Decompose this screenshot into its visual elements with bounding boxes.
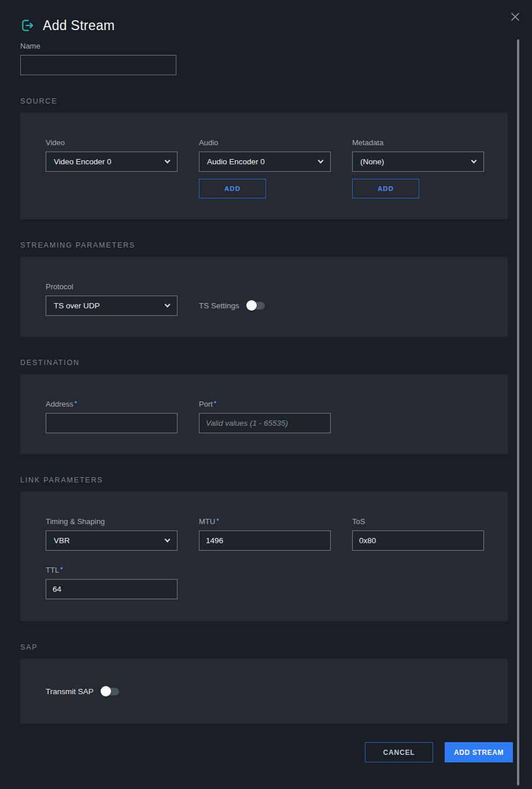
port-field: Port• <box>199 400 331 433</box>
transmit-sap-toggle[interactable] <box>102 688 119 695</box>
chevron-down-icon <box>165 537 171 543</box>
chevron-down-icon <box>165 302 171 308</box>
protocol-field: Protocol TS over UDP <box>46 282 178 316</box>
address-label: Address• <box>46 400 178 408</box>
ttl-input[interactable] <box>46 579 178 599</box>
video-field: Video Video Encoder 0 <box>46 138 178 198</box>
metadata-select-value: (None) <box>360 157 384 166</box>
ttl-label-text: TTL <box>46 566 59 574</box>
add-metadata-button[interactable]: ADD <box>352 179 419 198</box>
mtu-label-text: MTU <box>199 517 215 526</box>
sap-card: Transmit SAP <box>20 659 508 724</box>
port-input[interactable] <box>199 413 331 433</box>
port-label-text: Port <box>199 400 213 408</box>
ts-settings-toggle[interactable] <box>247 302 265 309</box>
vertical-scrollbar[interactable] <box>517 39 519 786</box>
add-stream-dialog: Add Stream Name SOURCE Video Video Encod… <box>0 0 532 789</box>
ts-settings-label: TS Settings <box>199 301 239 310</box>
transmit-sap-label: Transmit SAP <box>46 687 94 696</box>
audio-select[interactable]: Audio Encoder 0 <box>199 152 331 172</box>
ts-settings-row: TS Settings <box>199 296 265 316</box>
add-audio-button[interactable]: ADD <box>199 179 266 198</box>
address-label-text: Address <box>46 400 73 408</box>
required-indicator: • <box>216 515 219 524</box>
metadata-select[interactable]: (None) <box>352 152 484 172</box>
section-header-sap: SAP <box>20 643 508 651</box>
audio-label: Audio <box>199 138 331 147</box>
protocol-select-value: TS over UDP <box>54 301 100 310</box>
ttl-label: TTL• <box>46 566 178 574</box>
metadata-field: Metadata (None) ADD <box>352 138 484 198</box>
name-field: Name <box>20 42 152 75</box>
tos-input[interactable] <box>352 530 484 551</box>
close-button[interactable] <box>508 9 523 24</box>
destination-card: Address• Port• <box>20 374 508 454</box>
transmit-sap-row: Transmit SAP <box>46 681 119 702</box>
toggle-knob <box>101 686 111 696</box>
mtu-field: MTU• <box>199 517 331 551</box>
dialog-title: Add Stream <box>43 18 114 34</box>
ttl-field: TTL• <box>46 566 178 599</box>
port-label: Port• <box>199 400 331 408</box>
timing-shaping-select-value: VBR <box>54 536 70 545</box>
tos-label: ToS <box>352 517 484 526</box>
dialog-footer: CANCEL ADD STREAM <box>20 742 513 762</box>
protocol-select[interactable]: TS over UDP <box>46 296 178 316</box>
tos-field: ToS <box>352 517 484 551</box>
audio-select-value: Audio Encoder 0 <box>207 157 265 166</box>
dialog-header: Add Stream <box>20 0 508 35</box>
section-header-streaming-parameters: STREAMING PARAMETERS <box>20 241 508 249</box>
required-indicator: • <box>214 398 217 407</box>
required-indicator: • <box>60 564 63 573</box>
section-header-link-parameters: LINK PARAMETERS <box>20 476 508 484</box>
add-stream-button[interactable]: ADD STREAM <box>445 742 513 762</box>
mtu-input[interactable] <box>199 530 331 551</box>
link-parameters-card: Timing & Shaping VBR MTU• ToS TTL• <box>20 492 508 621</box>
name-label: Name <box>20 42 152 50</box>
chevron-down-icon <box>471 158 477 164</box>
audio-field: Audio Audio Encoder 0 ADD <box>199 138 331 198</box>
stream-out-icon <box>20 18 35 33</box>
protocol-label: Protocol <box>46 282 178 291</box>
chevron-down-icon <box>165 158 171 164</box>
name-input[interactable] <box>20 55 176 75</box>
toggle-knob <box>246 300 257 311</box>
timing-shaping-label: Timing & Shaping <box>46 517 178 526</box>
source-card: Video Video Encoder 0 Audio Audio Encode… <box>20 113 508 219</box>
chevron-down-icon <box>318 158 324 164</box>
video-select-value: Video Encoder 0 <box>54 157 112 166</box>
section-header-source: SOURCE <box>20 97 508 105</box>
timing-shaping-field: Timing & Shaping VBR <box>46 517 178 551</box>
close-icon <box>510 12 520 22</box>
cancel-button[interactable]: CANCEL <box>365 742 433 762</box>
metadata-label: Metadata <box>352 138 484 147</box>
video-label: Video <box>46 138 178 147</box>
streaming-parameters-card: Protocol TS over UDP TS Settings <box>20 257 508 337</box>
address-input[interactable] <box>46 413 178 433</box>
address-field: Address• <box>46 400 178 433</box>
video-select[interactable]: Video Encoder 0 <box>46 152 178 172</box>
mtu-label: MTU• <box>199 517 331 526</box>
required-indicator: • <box>75 398 77 407</box>
section-header-destination: DESTINATION <box>20 359 508 367</box>
timing-shaping-select[interactable]: VBR <box>46 530 178 551</box>
